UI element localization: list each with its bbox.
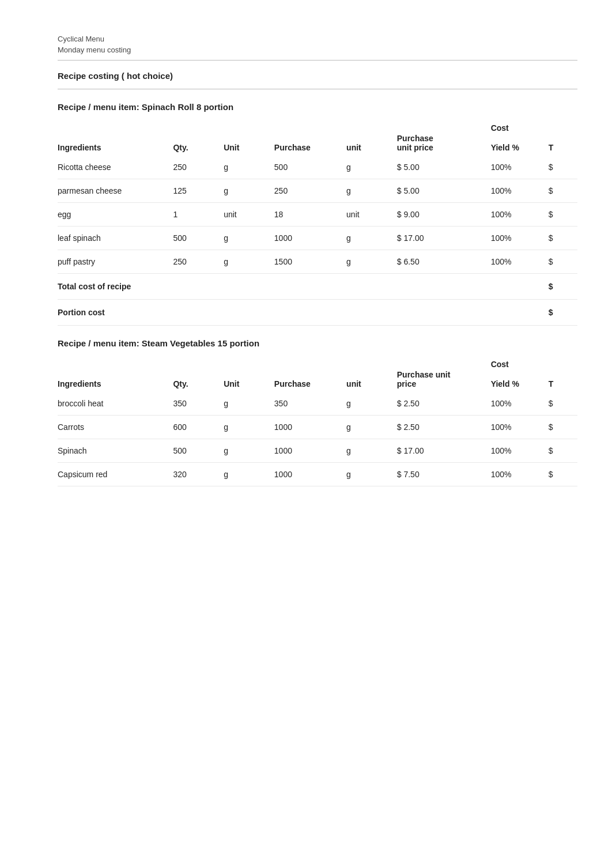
r2-purchase-3: 1000	[274, 463, 346, 486]
r1-cost-4: $	[549, 250, 577, 274]
r1-cost-1: $	[549, 179, 577, 203]
r2-ingredient-2: Spinach	[58, 439, 173, 463]
r2-punit-0: g	[346, 392, 397, 416]
r1-qty-4: 250	[173, 250, 224, 274]
th-cost-label2: Cost	[491, 360, 543, 369]
r2-ingredient-1: Carrots	[58, 416, 173, 439]
r2-ingredient-0: broccoli heat	[58, 392, 173, 416]
r2-purchase-1: 1000	[274, 416, 346, 439]
th-t-2: T	[549, 356, 577, 392]
th-yield-label1: Yield %	[491, 143, 543, 152]
r1-qty-0: 250	[173, 156, 224, 179]
th-cost-label1: Cost	[491, 123, 543, 133]
r1-price-4: $ 6.50	[397, 250, 491, 274]
r2-purchase-2: 1000	[274, 439, 346, 463]
r1-cost-3: $	[549, 227, 577, 250]
recipe1-header-row: Ingredients Qty. Unit Purchase unit Purc…	[58, 120, 577, 156]
section-title: Recipe costing ( hot choice)	[58, 71, 577, 83]
r1-unit-4: g	[224, 250, 274, 274]
th-pup2-label1: Purchase unit	[397, 370, 485, 379]
th-purchase-1: Purchase	[274, 120, 346, 156]
r1-purchase-3: 1000	[274, 227, 346, 250]
r1-punit-1: g	[346, 179, 397, 203]
r1-purchase-2: 18	[274, 203, 346, 227]
r2-price-1: $ 2.50	[397, 416, 491, 439]
th-pup-label2: unit price	[397, 143, 485, 152]
r1-yield-3: 100%	[491, 227, 549, 250]
th-ingredients-1: Ingredients	[58, 120, 173, 156]
recipe2-table: Ingredients Qty. Unit Purchase unit Purc…	[58, 356, 577, 486]
r2-purchase-0: 350	[274, 392, 346, 416]
th-pup-label1: Purchase	[397, 134, 485, 143]
r2-price-0: $ 2.50	[397, 392, 491, 416]
r1-ingredient-4: puff pastry	[58, 250, 173, 274]
r1-purchase-1: 250	[274, 179, 346, 203]
r1-qty-1: 125	[173, 179, 224, 203]
recipe1-row-3: leaf spinach 500 g 1000 g $ 17.00 100% $	[58, 227, 577, 250]
r1-yield-4: 100%	[491, 250, 549, 274]
r1-yield-1: 100%	[491, 179, 549, 203]
r1-qty-3: 500	[173, 227, 224, 250]
portion-cost: $	[549, 300, 577, 326]
r2-cost-1: $	[549, 416, 577, 439]
r2-yield-2: 100%	[491, 439, 549, 463]
recipe1-row-2: egg 1 unit 18 unit $ 9.00 100% $	[58, 203, 577, 227]
breadcrumb-2: Monday menu costing	[58, 46, 577, 54]
r2-unit-0: g	[224, 392, 274, 416]
r1-cost-0: $	[549, 156, 577, 179]
r2-cost-0: $	[549, 392, 577, 416]
r2-unit-3: g	[224, 463, 274, 486]
r1-unit-0: g	[224, 156, 274, 179]
r2-cost-3: $	[549, 463, 577, 486]
portion-label: Portion cost	[58, 300, 549, 326]
r2-qty-2: 500	[173, 439, 224, 463]
th-purchase-2: Purchase	[274, 356, 346, 392]
total-label: Total cost of recipe	[58, 274, 549, 300]
r1-unit-1: g	[224, 179, 274, 203]
th-qty-1: Qty.	[173, 120, 224, 156]
recipe1-table: Ingredients Qty. Unit Purchase unit Purc…	[58, 120, 577, 326]
th-qty-2: Qty.	[173, 356, 224, 392]
r1-unit-3: g	[224, 227, 274, 250]
r1-price-2: $ 9.00	[397, 203, 491, 227]
r2-yield-1: 100%	[491, 416, 549, 439]
r1-price-0: $ 5.00	[397, 156, 491, 179]
r1-cost-2: $	[549, 203, 577, 227]
r2-punit-1: g	[346, 416, 397, 439]
th-cost-2: Cost Yield %	[491, 356, 549, 392]
r2-yield-3: 100%	[491, 463, 549, 486]
th-pup-2: Purchase unit price	[397, 356, 491, 392]
r1-punit-0: g	[346, 156, 397, 179]
recipe2-row-3: Capsicum red 320 g 1000 g $ 7.50 100% $	[58, 463, 577, 486]
r1-unit-2: unit	[224, 203, 274, 227]
recipe2-row-1: Carrots 600 g 1000 g $ 2.50 100% $	[58, 416, 577, 439]
r1-yield-0: 100%	[491, 156, 549, 179]
r1-yield-2: 100%	[491, 203, 549, 227]
th-cost-1: Cost Yield %	[491, 120, 549, 156]
th-punit-1: unit	[346, 120, 397, 156]
th-pup-1: Purchase unit price	[397, 120, 491, 156]
r1-ingredient-1: parmesan cheese	[58, 179, 173, 203]
recipe2-row-2: Spinach 500 g 1000 g $ 17.00 100% $	[58, 439, 577, 463]
r2-punit-2: g	[346, 439, 397, 463]
r1-punit-3: g	[346, 227, 397, 250]
recipe2-row-0: broccoli heat 350 g 350 g $ 2.50 100% $	[58, 392, 577, 416]
r2-price-3: $ 7.50	[397, 463, 491, 486]
r2-cost-2: $	[549, 439, 577, 463]
r2-punit-3: g	[346, 463, 397, 486]
r1-punit-2: unit	[346, 203, 397, 227]
recipe2-tbody: broccoli heat 350 g 350 g $ 2.50 100% $ …	[58, 392, 577, 486]
r1-purchase-0: 500	[274, 156, 346, 179]
th-pup2-label2: price	[397, 379, 485, 388]
r1-ingredient-2: egg	[58, 203, 173, 227]
recipe1-row-4: puff pastry 250 g 1500 g $ 6.50 100% $	[58, 250, 577, 274]
divider-2	[58, 89, 577, 89]
r1-price-3: $ 17.00	[397, 227, 491, 250]
r2-qty-3: 320	[173, 463, 224, 486]
r1-price-1: $ 5.00	[397, 179, 491, 203]
divider-1	[58, 60, 577, 61]
th-yield-label2: Yield %	[491, 379, 543, 388]
recipe1-tbody: Ricotta cheese 250 g 500 g $ 5.00 100% $…	[58, 156, 577, 326]
th-t-1: T	[549, 120, 577, 156]
r1-ingredient-3: leaf spinach	[58, 227, 173, 250]
